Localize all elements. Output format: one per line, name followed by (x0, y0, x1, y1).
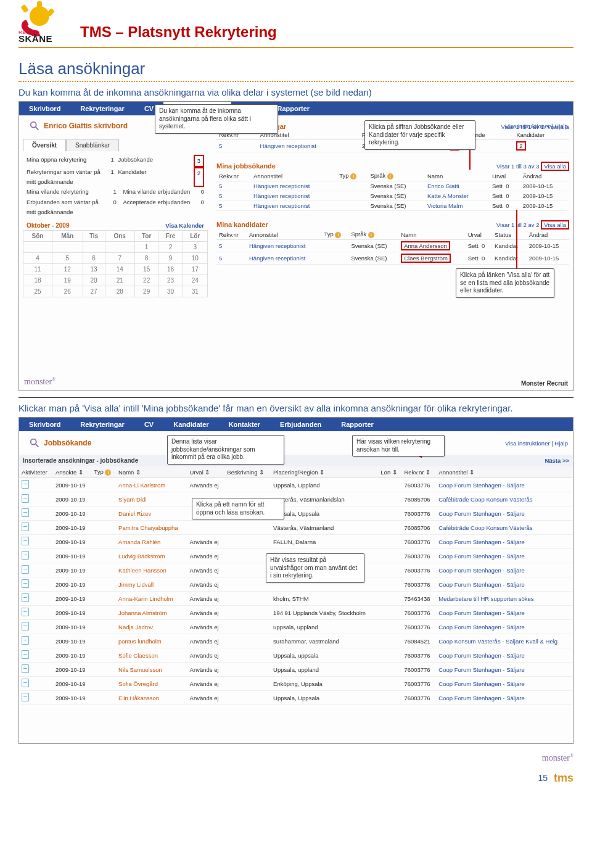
callout-urval: Här visas resultat på urvalsfrågor om ma… (266, 553, 364, 583)
tab-snabblankar[interactable]: Snabblänkar (66, 139, 119, 151)
applicant-name-link[interactable]: Sofia Övregård (118, 680, 158, 687)
document-icon[interactable] (22, 565, 29, 574)
applicant-name-link[interactable]: Siyam Didi (118, 496, 146, 503)
search-icon[interactable] (29, 437, 40, 448)
annons-link[interactable]: Cafébiträde Coop Konsum Västerås (438, 496, 532, 503)
document-icon[interactable] (22, 494, 29, 503)
nav-rekryteringar[interactable]: Rekryteringar (70, 102, 134, 115)
annons-link[interactable]: Coop Forum Stenhagen - Säljare (438, 624, 524, 630)
applicant-name-link[interactable]: Jimmy Lidvall (118, 581, 154, 588)
nav-item[interactable]: CV (134, 418, 163, 431)
annons-link[interactable]: Coop Forum Stenhagen - Säljare (438, 680, 524, 687)
document-icon[interactable] (22, 508, 29, 517)
document-icon[interactable] (22, 537, 29, 545)
next-link[interactable]: Nästa >> (545, 457, 569, 464)
help-links-2[interactable]: Visa instruktioner | Hjälp (505, 440, 568, 447)
callout-lista: Denna lista visar jobbsökande/ansökninga… (167, 435, 284, 465)
applicant-name-link[interactable]: pontus lundholm (118, 638, 162, 645)
nav-item[interactable]: Erbjudanden (270, 418, 331, 431)
annons-link[interactable]: Coop Forum Stenhagen - Säljare (438, 539, 524, 545)
table-row: 2009-10-19 Anna-Karin Lindholm Används e… (19, 592, 573, 606)
logo-text: SKÅNE (18, 33, 52, 44)
callout-visa-alla: Klicka på länken 'Visa alla' för att se … (456, 268, 554, 298)
annons-link[interactable]: Cafébiträde Coop Konsum Västerås (438, 524, 532, 531)
document-icon[interactable] (22, 622, 29, 630)
applicant-name-link[interactable]: Ludvig Bäckström (118, 553, 165, 560)
annons-link[interactable]: Coop Forum Stenhagen - Säljare (438, 553, 524, 560)
page-title: TMS – Platsnytt Rekrytering (80, 23, 277, 41)
applicant-name-link[interactable]: Johanna Almström (118, 610, 167, 616)
applicant-name-link[interactable]: Pamitra Chaiyabuppha (118, 524, 178, 531)
annons-link[interactable]: Coop Forum Stenhagen - Säljare (438, 695, 524, 701)
applicant-name-link[interactable]: Anna-Li Karlström (118, 482, 165, 489)
document-icon[interactable] (22, 579, 29, 588)
document-icon[interactable] (22, 636, 29, 645)
jobbs-title: Mina jobbsökande (216, 162, 276, 170)
footer-monster: monster (542, 753, 574, 763)
document-icon[interactable] (22, 523, 29, 531)
rekv-link[interactable]: 5 (219, 143, 222, 149)
table-row: 2009-10-19 pontus lundholm Används ejsur… (19, 634, 573, 648)
annons-link[interactable]: Coop Forum Stenhagen - Säljare (438, 567, 524, 574)
document-icon[interactable] (22, 608, 29, 616)
annons-link[interactable]: Coop Forum Stenhagen - Säljare (438, 652, 524, 659)
monster-logo: monster (24, 376, 56, 387)
annons-link[interactable]: Hängiven receptionist (260, 143, 316, 149)
kand-title: Mina kandidater (216, 221, 268, 228)
applicant-name-link[interactable]: Amanda Rahlén (118, 539, 160, 545)
document-icon[interactable] (22, 551, 29, 560)
applicant-name-link[interactable]: Elin Håkansson (118, 695, 159, 701)
applicant-name-link[interactable]: Nadja Jadrov. (118, 624, 154, 630)
annons-link[interactable]: Coop Forum Stenhagen - Säljare (438, 610, 524, 616)
footer-tms: tms (554, 772, 574, 785)
applicant-name-link[interactable]: Anna-Karin Lindholm (118, 595, 173, 602)
nav-item[interactable]: Rekryteringar (70, 418, 134, 431)
dashboard-title: Enrico Giattis skrivbord (44, 122, 128, 130)
visa-alla-jobbs[interactable]: Visa alla (541, 162, 569, 171)
svg-line-3 (36, 444, 39, 447)
document-icon[interactable] (22, 664, 29, 673)
annons-link[interactable]: Coop Forum Stenhagen - Säljare (438, 510, 524, 517)
annons-link[interactable]: Coop Forum Stenhagen - Säljare (438, 581, 524, 588)
header-rule (18, 47, 574, 48)
nav-skrivbord[interactable]: Skrivbord (19, 102, 70, 115)
document-icon[interactable] (22, 693, 29, 701)
annons-link[interactable]: Coop Konsum Västerås - Säljare Kväll & H… (438, 638, 557, 645)
applicant-name-link[interactable]: Sofie Claesson (118, 652, 158, 659)
skane-logo: REGION SKÅNE (18, 6, 62, 43)
callout-rekrytering: Här visas vilken rekrytering ansökan hör… (352, 435, 445, 457)
intro-text: Du kan komma åt de inkomna ansökningarna… (18, 87, 574, 97)
page-number: 15 (538, 773, 548, 783)
document-icon[interactable] (22, 650, 29, 659)
table-row: 2009-10-19 Sofie Claesson Används ejUpps… (19, 648, 573, 663)
applicant-name-link[interactable]: Kathleen Hansson (118, 567, 166, 574)
nav-item[interactable]: Skrivbord (19, 418, 70, 431)
document-icon[interactable] (22, 480, 29, 489)
search-icon[interactable] (29, 120, 40, 131)
table-row: 2009-10-19 Anna-Li Karlström Används ejU… (19, 478, 573, 492)
nav-item[interactable]: Kontakter (219, 418, 270, 431)
mid-rule (18, 397, 574, 398)
document-icon[interactable] (22, 593, 29, 602)
tab-oversikt[interactable]: Översikt (23, 139, 66, 151)
jobbs-table: Rekv.nrAnnonstitelTyp iSpråk iNamnUrvalÄ… (216, 171, 569, 211)
calendar-table: SönMånTisOnsTorFreLör 123456789101112131… (23, 230, 208, 297)
kandidater-count[interactable]: 2 (516, 141, 525, 151)
annons-link[interactable]: Coop Forum Stenhagen - Säljare (438, 666, 524, 673)
visa-alla-kand[interactable]: Visa alla (541, 220, 569, 229)
annons-link[interactable]: Medarbetare till HR supporten sökes (438, 595, 533, 602)
svg-point-2 (31, 439, 36, 445)
nav-item[interactable]: Kandidater (163, 418, 218, 431)
screenshot-dashboard: Skrivbord Rekryteringar CV nden Rapporte… (18, 101, 574, 391)
annons-link[interactable]: Coop Forum Stenhagen - Säljare (438, 482, 524, 489)
document-icon[interactable] (22, 679, 29, 687)
applicant-name-link[interactable]: Nils Samuelsson (118, 666, 162, 673)
calendar-link[interactable]: Visa Kalender (165, 222, 204, 229)
applicant-name-link[interactable]: Daniel Rizev (118, 510, 151, 517)
subheading: Insorterade ansökningar - jobbsökande (23, 457, 138, 464)
dotted-rule (18, 81, 574, 82)
nav-item[interactable]: Rapporter (331, 418, 384, 431)
senaste-meta[interactable]: Visar 1 till 1 av 1. Visa alla (501, 123, 569, 130)
nav-bar: Skrivbord Rekryteringar CV nden Rapporte… (19, 102, 573, 115)
callout-system: Du kan komma åt de inkomna ansökningarna… (155, 104, 278, 134)
